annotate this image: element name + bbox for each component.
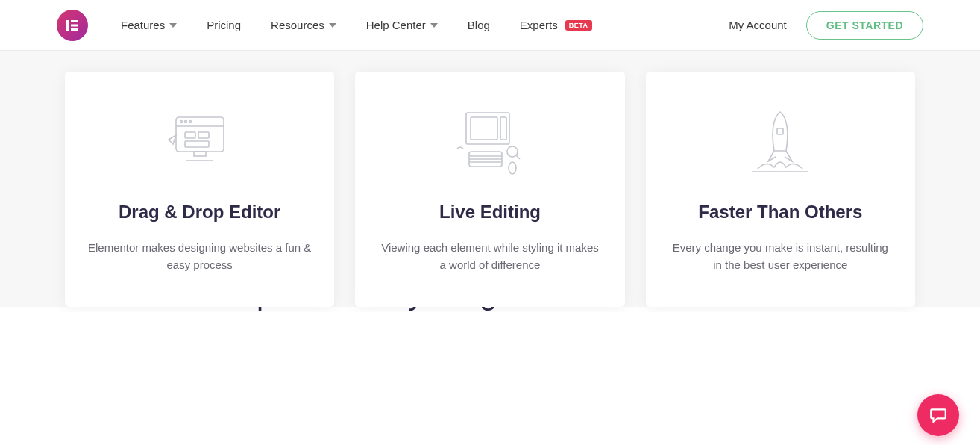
primary-nav: Features Pricing Resources Help Center B…: [121, 19, 592, 31]
card-title: Drag & Drop Editor: [87, 202, 312, 222]
svg-point-21: [507, 146, 518, 157]
card-faster: Faster Than Others Every change you make…: [646, 72, 915, 307]
nav-label: Pricing: [207, 19, 241, 31]
svg-rect-4: [176, 117, 224, 152]
nav-label: Experts: [520, 19, 558, 31]
nav-label: Resources: [271, 19, 324, 31]
card-title: Live Editing: [377, 202, 602, 222]
svg-point-7: [184, 121, 186, 123]
svg-rect-0: [66, 20, 69, 31]
my-account-link[interactable]: My Account: [729, 19, 787, 31]
monitor-editor-icon: [87, 108, 312, 179]
feature-cards: Drag & Drop Editor Elementor makes desig…: [65, 72, 915, 307]
elementor-logo-icon: [65, 18, 80, 33]
card-drag-drop: Drag & Drop Editor Elementor makes desig…: [65, 72, 334, 307]
svg-point-6: [180, 121, 182, 123]
nav-label: Help Center: [366, 19, 426, 31]
card-live-editing: Live Editing Viewing each element while …: [355, 72, 624, 307]
card-desc: Elementor makes designing websites a fun…: [88, 239, 312, 274]
svg-rect-1: [71, 20, 78, 22]
chevron-down-icon: [169, 23, 177, 28]
nav-blog[interactable]: Blog: [468, 19, 490, 31]
svg-rect-2: [71, 24, 78, 26]
rocket-icon: [668, 108, 893, 179]
svg-rect-15: [471, 117, 497, 140]
chevron-down-icon: [329, 23, 336, 28]
svg-line-22: [516, 155, 520, 159]
nav-label: Blog: [468, 19, 490, 31]
card-desc: Every change you make is instant, result…: [668, 239, 892, 274]
nav-label: Features: [121, 19, 165, 31]
feature-band: Drag & Drop Editor Elementor makes desig…: [0, 51, 980, 307]
beta-badge: BETA: [565, 20, 592, 31]
svg-rect-9: [185, 132, 195, 138]
card-title: Faster Than Others: [668, 202, 893, 222]
svg-point-8: [189, 121, 191, 123]
main-header: Features Pricing Resources Help Center B…: [0, 0, 980, 51]
nav-features[interactable]: Features: [121, 19, 177, 31]
nav-pricing[interactable]: Pricing: [207, 19, 241, 31]
svg-point-23: [509, 162, 516, 174]
header-right: My Account GET STARTED: [729, 11, 923, 40]
workstation-icon: [377, 108, 602, 179]
nav-resources[interactable]: Resources: [271, 19, 336, 31]
get-started-button[interactable]: GET STARTED: [806, 11, 923, 40]
nav-experts[interactable]: Experts BETA: [520, 19, 592, 31]
card-desc: Viewing each element while styling it ma…: [378, 239, 602, 274]
svg-rect-11: [185, 141, 209, 147]
svg-rect-12: [194, 152, 206, 156]
brand-logo[interactable]: [57, 10, 88, 41]
svg-rect-3: [71, 28, 78, 31]
nav-help-center[interactable]: Help Center: [366, 19, 438, 31]
chevron-down-icon: [430, 23, 438, 28]
svg-rect-16: [500, 117, 506, 140]
svg-rect-24: [777, 128, 783, 134]
svg-rect-10: [198, 132, 209, 138]
